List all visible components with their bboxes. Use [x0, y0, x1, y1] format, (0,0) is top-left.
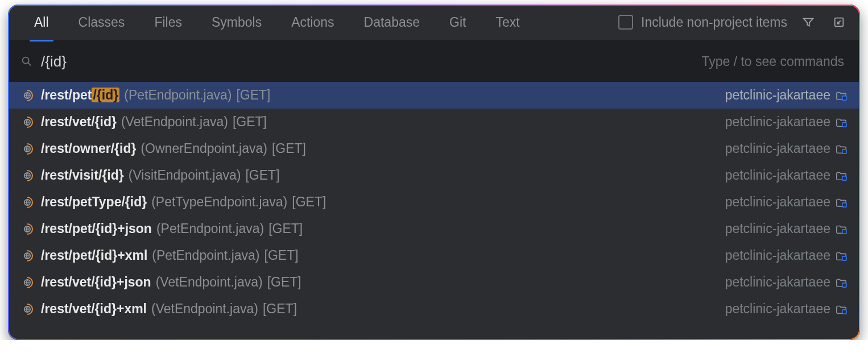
endpoint-icon — [20, 196, 34, 209]
result-method: [GET] — [264, 248, 299, 263]
tab-text[interactable]: Text — [481, 5, 534, 40]
checkbox-box[interactable] — [618, 15, 633, 30]
result-method: [GET] — [263, 301, 297, 317]
tabbar: AllClassesFilesSymbolsActionsDatabaseGit… — [8, 5, 860, 40]
module-icon — [835, 90, 848, 101]
svg-rect-13 — [842, 229, 846, 233]
svg-rect-11 — [842, 202, 846, 206]
module-icon — [835, 223, 848, 235]
checkbox-label: Include non-project items — [641, 15, 787, 30]
result-module: petclinic-jakartaee — [725, 221, 830, 236]
tab-symbols[interactable]: Symbols — [197, 5, 276, 40]
result-row[interactable]: /rest/vet/{id}+json (VetEndpoint.java) [… — [8, 269, 860, 296]
result-file: (VetEndpoint.java) — [156, 275, 263, 290]
include-nonproject-checkbox[interactable]: Include non-project items — [618, 15, 787, 30]
result-row[interactable]: /rest/pet/{id} (PetEndpoint.java) [GET] … — [8, 82, 860, 109]
result-row[interactable]: /rest/pet/{id}+xml (PetEndpoint.java) [G… — [8, 242, 860, 269]
result-method: [GET] — [233, 114, 267, 130]
result-module: petclinic-jakartaee — [725, 88, 830, 103]
result-row[interactable]: /rest/pet/{id}+json (PetEndpoint.java) [… — [8, 215, 860, 242]
tab-all[interactable]: All — [19, 5, 64, 40]
result-row[interactable]: /rest/petType/{id} (PetTypeEndpoint.java… — [8, 189, 860, 215]
tab-classes[interactable]: Classes — [64, 5, 140, 40]
search-row: Type / to see commands — [8, 40, 860, 82]
open-in-tool-window-icon[interactable] — [829, 13, 849, 32]
result-path: /rest/pet/{id} — [41, 88, 119, 103]
tab-actions[interactable]: Actions — [276, 5, 349, 40]
svg-rect-5 — [842, 122, 846, 126]
result-path: /rest/visit/{id} — [41, 168, 124, 183]
result-file: (VetEndpoint.java) — [151, 301, 258, 317]
module-icon — [835, 304, 848, 315]
result-path: /rest/vet/{id}+json — [41, 275, 151, 290]
result-method: [GET] — [245, 168, 279, 183]
result-file: (PetEndpoint.java) — [124, 88, 232, 103]
result-method: [GET] — [236, 88, 270, 103]
svg-point-1 — [23, 57, 29, 64]
module-icon — [835, 170, 848, 181]
result-row[interactable]: /rest/visit/{id} (VisitEndpoint.java) [G… — [8, 162, 860, 189]
result-module: petclinic-jakartaee — [725, 114, 830, 130]
svg-rect-3 — [842, 96, 846, 99]
result-module: petclinic-jakartaee — [725, 248, 830, 263]
result-path: /rest/owner/{id} — [41, 141, 136, 156]
result-module: petclinic-jakartaee — [725, 194, 830, 210]
results-list: /rest/pet/{id} (PetEndpoint.java) [GET] … — [8, 82, 860, 340]
result-module: petclinic-jakartaee — [725, 301, 830, 317]
module-icon — [835, 250, 848, 261]
module-icon — [835, 277, 848, 288]
search-hint: Type / to see commands — [701, 54, 844, 69]
result-row[interactable]: /rest/owner/{id} (OwnerEndpoint.java) [G… — [8, 135, 860, 162]
result-file: (VetEndpoint.java) — [121, 114, 228, 130]
svg-rect-19 — [842, 309, 846, 313]
svg-rect-9 — [842, 176, 846, 180]
result-module: petclinic-jakartaee — [725, 141, 830, 156]
svg-rect-15 — [842, 256, 846, 260]
endpoint-icon — [20, 222, 34, 236]
result-path: /rest/pet/{id}+xml — [41, 248, 147, 263]
result-file: (PetEndpoint.java) — [156, 221, 264, 236]
endpoint-icon — [20, 89, 34, 102]
tab-git[interactable]: Git — [435, 5, 481, 40]
result-path: /rest/vet/{id} — [41, 114, 117, 130]
result-path: /rest/petType/{id} — [41, 194, 147, 210]
search-everywhere-popup: AllClassesFilesSymbolsActionsDatabaseGit… — [8, 5, 860, 340]
result-path: /rest/pet/{id}+json — [41, 221, 152, 236]
result-module: petclinic-jakartaee — [725, 168, 830, 183]
endpoint-icon — [20, 142, 34, 156]
result-file: (OwnerEndpoint.java) — [140, 141, 267, 156]
result-file: (PetTypeEndpoint.java) — [151, 194, 287, 210]
endpoint-icon — [20, 169, 34, 182]
endpoint-icon — [20, 276, 34, 289]
endpoint-icon — [20, 249, 34, 263]
svg-rect-17 — [842, 283, 846, 287]
module-icon — [835, 197, 848, 208]
result-module: petclinic-jakartaee — [725, 275, 830, 290]
endpoint-icon — [20, 115, 34, 129]
result-method: [GET] — [292, 194, 326, 210]
tab-database[interactable]: Database — [349, 5, 435, 40]
filter-icon[interactable] — [799, 13, 818, 32]
tab-files[interactable]: Files — [139, 5, 197, 40]
result-method: [GET] — [272, 141, 306, 156]
module-icon — [835, 143, 848, 155]
endpoint-icon — [20, 302, 34, 316]
result-file: (VisitEndpoint.java) — [129, 168, 241, 183]
svg-rect-7 — [842, 149, 846, 153]
result-path: /rest/vet/{id}+xml — [41, 301, 147, 317]
result-method: [GET] — [268, 221, 303, 236]
result-row[interactable]: /rest/vet/{id} (VetEndpoint.java) [GET] … — [8, 109, 860, 135]
module-icon — [835, 117, 848, 128]
search-input[interactable] — [40, 52, 213, 71]
result-method: [GET] — [267, 275, 301, 290]
result-file: (PetEndpoint.java) — [152, 248, 259, 263]
result-row[interactable]: /rest/vet/{id}+xml (VetEndpoint.java) [G… — [8, 296, 860, 322]
search-icon — [20, 55, 33, 68]
